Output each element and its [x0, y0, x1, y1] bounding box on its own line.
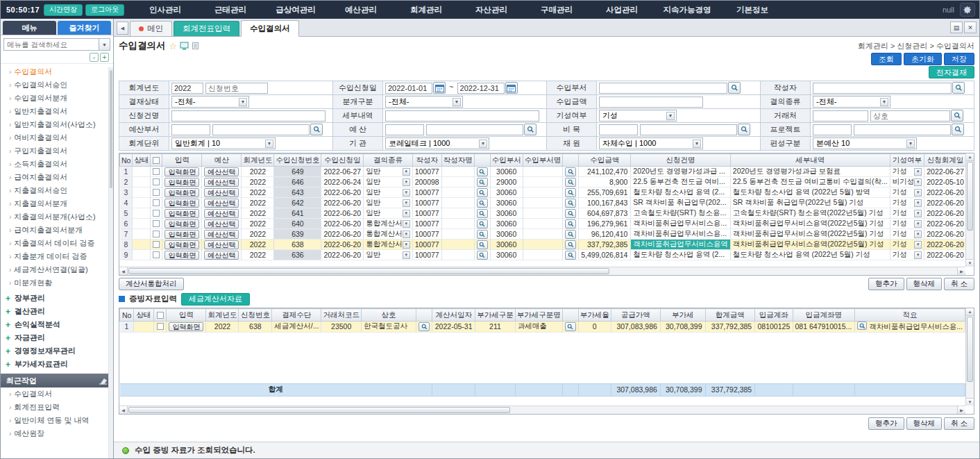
- grid-cell-button[interactable]: 예산선택: [204, 178, 239, 187]
- calendar-icon[interactable]: [505, 82, 518, 94]
- grid-cell-button[interactable]: 입력화면: [164, 199, 199, 208]
- format-type-select[interactable]: 본예산 10▼: [813, 137, 917, 149]
- table-row[interactable]: 3입력화면예산선택20226432022-06-20일반▼10007730060…: [120, 187, 966, 198]
- fiscal-year-input[interactable]: [171, 83, 203, 94]
- grid-cell-button[interactable]: 입력화면: [164, 167, 199, 176]
- expense-item-name-input[interactable]: [640, 124, 737, 135]
- scroll-left-icon[interactable]: ◀: [119, 267, 128, 275]
- scrollbar-thumb[interactable]: [128, 268, 609, 274]
- search-icon[interactable]: [565, 240, 576, 249]
- horizontal-scrollbar[interactable]: ◀ ▶: [119, 406, 965, 414]
- grid-cell-select[interactable]: 통합계산서▼: [366, 229, 410, 239]
- tab-journal-entry[interactable]: 회계전표입력: [174, 21, 239, 36]
- vertical-scrollbar[interactable]: ▲ ▼: [965, 308, 974, 406]
- search-icon[interactable]: [419, 322, 430, 331]
- grid-cell-select[interactable]: 기성▼: [893, 198, 922, 208]
- row-checkbox[interactable]: [157, 323, 164, 330]
- grid-cell-select[interactable]: 기성▼: [893, 250, 922, 260]
- horizontal-scrollbar[interactable]: ◀ ▶: [119, 267, 965, 275]
- copy-screen-icon[interactable]: [192, 42, 200, 50]
- scroll-down-icon[interactable]: ▼: [966, 259, 974, 267]
- top-menu-item[interactable]: 자산관리: [459, 1, 524, 19]
- recent-item[interactable]: ›일반이체 연동 및 내역: [1, 414, 113, 427]
- top-menu-item[interactable]: 기본정보: [720, 1, 785, 19]
- search-icon[interactable]: [565, 178, 576, 187]
- budget-name-input[interactable]: [426, 124, 523, 135]
- grid-cell-select[interactable]: 통합계산서▼: [366, 240, 410, 249]
- sidebar-tab-favorites[interactable]: 즐겨찾기: [58, 21, 111, 35]
- account-unit-select[interactable]: 일반회계 | 10▼: [171, 137, 276, 149]
- table-row[interactable]: 1입력화면예산선택20226492022-06-27일반▼10007730060…: [120, 167, 966, 177]
- row-checkbox[interactable]: [153, 189, 160, 196]
- recent-item[interactable]: ›회계전표입력: [1, 401, 113, 414]
- sidebar-item[interactable]: ›구입지출결의서: [1, 144, 113, 158]
- search-icon[interactable]: [738, 124, 750, 135]
- income-amount-input[interactable]: [599, 97, 703, 108]
- search-icon[interactable]: [565, 199, 576, 208]
- date-from-input[interactable]: [385, 83, 432, 94]
- tax-invoice-tab-button[interactable]: 세금계산서자료: [181, 293, 250, 306]
- new-window-icon[interactable]: [180, 42, 189, 50]
- vendor-code-input[interactable]: [813, 110, 868, 122]
- vendor-name-input[interactable]: [870, 110, 950, 122]
- grid-cell-button[interactable]: 입력화면: [164, 230, 199, 239]
- fund-source-select[interactable]: 자체수입 | 1000▼: [599, 137, 703, 149]
- expand-all-button[interactable]: +: [100, 53, 109, 62]
- grid-cell-button[interactable]: 입력화면: [164, 251, 199, 260]
- sidebar-item[interactable]: ›수입결의서승인: [1, 78, 113, 92]
- scrollbar-thumb[interactable]: [128, 407, 510, 413]
- menu-search-input[interactable]: [3, 38, 99, 51]
- income-dept-input[interactable]: [599, 83, 727, 94]
- grid-cell-select[interactable]: 일반▼: [366, 177, 410, 187]
- search-icon[interactable]: [565, 322, 576, 331]
- grid-cell-button[interactable]: 입력화면: [169, 322, 203, 331]
- scroll-right-icon[interactable]: ▶: [957, 406, 965, 414]
- cancel-button[interactable]: 취 소: [944, 278, 974, 290]
- row-checkbox[interactable]: [153, 251, 160, 258]
- request-title-input[interactable]: [171, 110, 326, 122]
- expense-item-code-input[interactable]: [599, 124, 638, 135]
- collapse-all-button[interactable]: -: [90, 53, 99, 62]
- search-icon[interactable]: [310, 124, 323, 135]
- sidebar-item[interactable]: ›미분개현황: [1, 276, 113, 290]
- sidebar-item[interactable]: ›지출결의서 데이터 검증: [1, 237, 113, 250]
- sidebar-item[interactable]: ›소득지출결의서: [1, 158, 113, 171]
- add-row-button[interactable]: 행추가: [868, 278, 904, 290]
- search-icon[interactable]: [951, 110, 963, 122]
- row-checkbox[interactable]: [153, 178, 160, 185]
- search-icon[interactable]: [477, 240, 488, 249]
- row-checkbox[interactable]: [153, 210, 160, 217]
- top-menu-item[interactable]: 회계관리: [394, 1, 459, 19]
- row-checkbox[interactable]: [153, 199, 160, 206]
- row-checkbox[interactable]: [153, 231, 160, 237]
- tab-main[interactable]: 메인: [130, 21, 172, 36]
- row-checkbox[interactable]: [153, 168, 160, 175]
- scrollbar-thumb[interactable]: [110, 70, 112, 188]
- sidebar-item[interactable]: ›지출결의서승인: [1, 184, 113, 197]
- search-icon[interactable]: [524, 124, 537, 135]
- table-row[interactable]: 6입력화면예산선택20226402022-06-20통합계산서▼10007730…: [120, 219, 966, 229]
- date-to-input[interactable]: [457, 83, 505, 94]
- table-row[interactable]: 5입력화면예산선택20226412022-06-20일반▼10007730060…: [120, 208, 966, 219]
- table-row[interactable]: 7입력화면예산선택20226392022-06-20통합계산서▼10007730…: [120, 229, 966, 240]
- top-menu-item[interactable]: 사업관리: [589, 1, 654, 19]
- journal-type-select[interactable]: -전체-▼: [385, 96, 463, 108]
- top-menu-item[interactable]: 지속가능경영: [654, 1, 720, 19]
- search-icon[interactable]: [565, 230, 576, 239]
- sidebar-scrollbar[interactable]: [108, 67, 113, 458]
- sidebar-group-item[interactable]: +경영정보재무관리: [1, 344, 113, 358]
- sidebar-item[interactable]: ›일반지출결의서: [1, 105, 113, 118]
- grid-cell-select[interactable]: 기성▼: [893, 167, 922, 176]
- sidebar-item[interactable]: ›급여지출결의서: [1, 171, 113, 184]
- grid-cell-button[interactable]: 입력화면: [164, 219, 199, 228]
- recent-item[interactable]: ›수입결의서: [1, 387, 113, 401]
- reset-button[interactable]: 초기화: [904, 53, 942, 65]
- table-row[interactable]: 1입력화면2022638세금계산서/...23500한국철도공사2022-05-…: [120, 322, 965, 333]
- vertical-scrollbar[interactable]: ▲ ▼: [965, 153, 974, 267]
- search-icon[interactable]: [565, 251, 576, 260]
- table-row[interactable]: 4입력화면예산선택20226422022-06-20일반▼10007730060…: [120, 198, 966, 208]
- scroll-up-icon[interactable]: ▲: [966, 308, 974, 316]
- grid-cell-select[interactable]: 일반▼: [366, 187, 410, 197]
- cancel-button[interactable]: 취 소: [944, 417, 974, 430]
- top-menu-item[interactable]: 예산관리: [328, 1, 394, 19]
